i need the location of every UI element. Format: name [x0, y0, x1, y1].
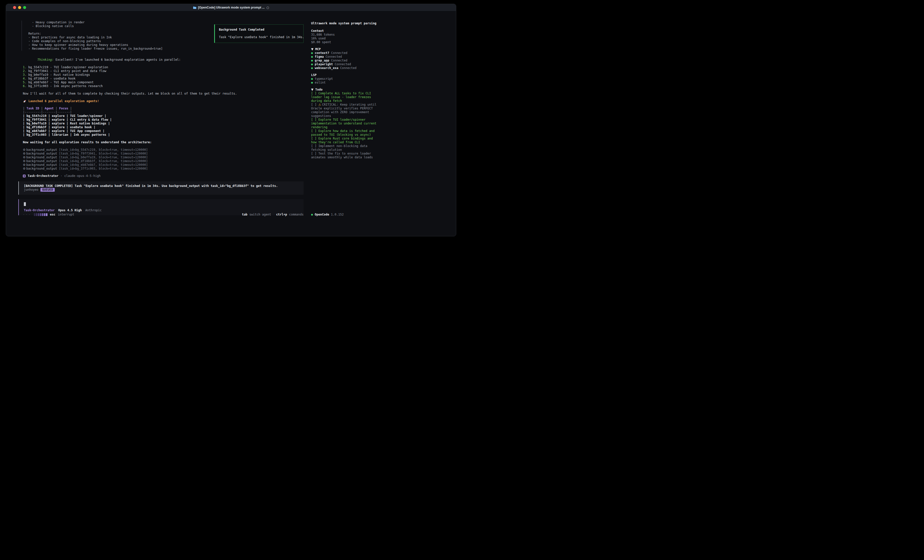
sidebar: Ultrawork mode system prompt parsing Con… [307, 11, 456, 237]
queued-message-block[interactable]: [BACKGROUND TASK COMPLETED] Task "Explor… [18, 181, 304, 195]
text-segment: Connected [329, 51, 347, 55]
sidebar-title: Ultrawork mode system prompt parsing [311, 22, 452, 25]
text-segment: Connected [329, 59, 347, 62]
text-segment: bg_df18bb3f - useData hook [28, 77, 76, 80]
todo-item: [ ] Explore TUI loader/spinner implement… [311, 118, 380, 129]
mcp-item: ● grep_app Connected [311, 59, 452, 63]
agent-list-item: 1. bg_5547c219 - TUI loader/spinner expl… [23, 66, 307, 69]
thinking-label: Thinking: [38, 58, 54, 61]
zoom-button[interactable] [23, 6, 26, 9]
text-segment: 1. [23, 66, 28, 69]
text-segment: Agent [45, 106, 54, 110]
status-bar-right: tab switch agent ctrl+p commands [242, 213, 304, 217]
tool-call-line: ⚙background_output [task_id=bg_df18bb3f,… [23, 159, 307, 163]
text-segment: ⚙ [23, 156, 26, 159]
context-line: 31,686 tokens [311, 33, 452, 37]
lsp-heading: LSP [311, 73, 452, 77]
text-segment: [ ] Explore TUI loader/spinner implement… [311, 118, 376, 129]
agent-name: Task-Orchestrator [28, 174, 58, 178]
text-segment: ● [311, 81, 315, 84]
text-segment: | bg_eb87ebb7 | explore | TUI App compon… [23, 129, 105, 133]
rocket-icon [23, 100, 26, 103]
text-segment: [task_id=bg_b0effa19, block=true, timeou… [59, 156, 148, 159]
table-line: |---------|-------|-------| [23, 111, 307, 114]
input-cursor [24, 202, 26, 206]
text-segment: background_output [26, 159, 59, 163]
esc-key: esc [50, 213, 56, 217]
text-segment: ⚙ [23, 148, 26, 151]
spinner-block [42, 213, 44, 216]
waiting-paragraph: Now waiting for all exploration results … [23, 141, 307, 144]
agent-list-item: 2. bg_f9ff3041 - CLI entry point and dat… [23, 69, 307, 73]
queued-message-meta: junhoyeo QUEUED [24, 188, 298, 192]
thinking-text: Excellent! I've launched 6 background ex… [54, 58, 181, 61]
app-name: OpenCode [315, 213, 329, 217]
chevron-down-icon: ▼ [311, 88, 314, 91]
text-segment: Focus [59, 106, 68, 110]
window-title-text: [OpenCode] Ultrawork mode system prompt … [198, 6, 265, 9]
close-button[interactable] [13, 6, 16, 9]
table-line: | Task ID | Agent | Focus | [23, 106, 307, 111]
mcp-list: ● context7 Connected● figma Connected● g… [311, 51, 452, 70]
notification-title: Background Task Completed [219, 28, 299, 31]
agent-list-item: 4. bg_df18bb3f - useData hook [23, 77, 307, 81]
tool-call-line: ⚙background_output [task_id=bg_5547c219,… [23, 148, 307, 152]
text-segment: background_output [26, 167, 59, 170]
input-provider: Anthropic [86, 208, 102, 212]
text-segment: bg_eb87ebb7 - TUI App main component [28, 81, 94, 84]
text-segment: | [68, 106, 72, 110]
tool-call-line: ⚙background_output [task_id=bg_b0effa19,… [23, 156, 307, 159]
folder-icon [193, 6, 196, 9]
text-segment: Connected [333, 63, 351, 66]
agent-list-item: 6. bg_37f1c003 - Ink async patterns rese… [23, 84, 307, 88]
spinner-block [38, 213, 39, 216]
mcp-heading: ▼ MCP [311, 48, 452, 51]
text-segment: ⚙ [23, 163, 26, 166]
ctrlp-key: ctrl+p [276, 213, 287, 217]
text-segment: [task_id=bg_eb87ebb7, block=true, timeou… [59, 163, 148, 166]
text-segment: bg_b0effa19 - Rust native bindings [28, 73, 90, 76]
text-segment: | [39, 106, 45, 110]
titlebar: [OpenCode] Ultrawork mode system prompt … [6, 4, 456, 11]
text-segment: Task ID [26, 106, 39, 110]
text-segment: figma [315, 55, 324, 58]
spinner-block [46, 213, 48, 216]
text-segment: ⚙ [23, 152, 26, 155]
todo-item: [ ] ⚠ CRITICAL: Keep iterating until Ora… [311, 103, 380, 118]
agent-model: claude-opus-4-5-high [64, 174, 100, 178]
table-line: | bg_df18bb3f | explore | useData hook | [23, 126, 307, 129]
todo-list: [ ] Complete ALL tasks to fix CLI loader… [311, 91, 452, 159]
context-line: 16% used [311, 37, 452, 40]
notification-toast[interactable]: Background Task Completed Task "Explore … [214, 24, 304, 43]
text-segment: | [54, 106, 59, 110]
text-segment: [ ] Explore Rust core bindings and how t… [311, 137, 373, 144]
text-segment: ● [311, 77, 315, 81]
text-segment: ⚙ [23, 159, 26, 163]
app-version: 1.0.152 [331, 213, 344, 217]
agent-separator: · [60, 174, 62, 178]
todo-heading-text: Todo [315, 88, 322, 91]
wait-paragraph: Now I'll wait for all of them to complet… [23, 92, 307, 96]
agent-icon [23, 175, 26, 177]
text-segment: |---------|-------|-------| [23, 111, 72, 114]
status-bar-left: ··· esc interrupt [23, 213, 74, 217]
status-dot-icon: ● [311, 213, 313, 217]
minimize-button[interactable] [18, 6, 21, 9]
lsp-list: ● typescript● eslint [311, 77, 452, 85]
text-segment: background_output [26, 163, 59, 166]
todo-item: [ ] Test the fix to ensure loader animat… [311, 152, 380, 159]
tab-key: tab [242, 213, 248, 217]
mcp-item: ● playwright Connected [311, 63, 452, 66]
text-segment: ● [311, 51, 315, 55]
table-line: | bg_5547c219 | explore | TUI loader/spi… [23, 114, 307, 118]
text-segment: [task_id=bg_df18bb3f, block=true, timeou… [59, 159, 148, 163]
text-segment: bg_37f1c003 - Ink async patterns researc… [28, 84, 103, 88]
chevron-down-icon: ▼ [311, 48, 314, 51]
spinner-block [44, 213, 45, 216]
ctrlp-label: commands [289, 213, 304, 217]
text-segment: bg_f9ff3041 - CLI entry point and data f… [28, 69, 106, 73]
text-segment: bg_5547c219 - TUI loader/spinner explora… [28, 66, 108, 69]
markdown-table: | Task ID | Agent | Focus ||---------|--… [23, 106, 307, 137]
text-segment: | bg_5547c219 | explore | TUI loader/spi… [23, 114, 106, 118]
tool-call-line: ⚙background_output [task_id=bg_f9ff3041,… [23, 152, 307, 156]
